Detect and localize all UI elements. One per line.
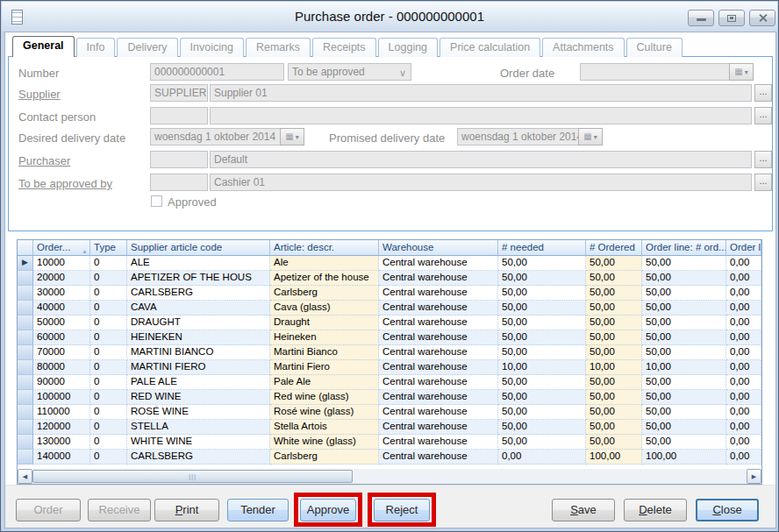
grid-cell[interactable]: Central warehouse (379, 360, 498, 375)
row-selector[interactable] (18, 375, 33, 390)
order-date-picker-button[interactable]: ▦▾ (729, 63, 754, 81)
grid-cell[interactable]: 70000 (33, 345, 90, 360)
status-dropdown[interactable]: To be approved∨ (288, 63, 411, 81)
grid-cell[interactable]: 10000 (33, 256, 90, 271)
approver-browse-button[interactable]: ... (754, 174, 772, 191)
grid-cell[interactable]: Central warehouse (379, 375, 498, 390)
row-selector[interactable]: ▶ (18, 256, 33, 271)
tab-culture[interactable]: Culture (626, 38, 683, 57)
supplier-name-field[interactable]: Supplier 01 (210, 84, 752, 102)
grid-cell[interactable]: Apetizer of the house (270, 271, 379, 286)
grid-cell[interactable]: 0 (90, 256, 127, 271)
grid-cell[interactable]: 0,00 (726, 286, 761, 301)
grid-cell[interactable]: Central warehouse (379, 450, 498, 465)
grid-cell[interactable]: 120000 (33, 420, 90, 435)
horizontal-scrollbar[interactable]: ◀ ||| ▶ (18, 469, 761, 484)
grid-cell[interactable]: STELLA (127, 420, 270, 435)
grid-cell[interactable]: 10,00 (642, 360, 726, 375)
grid-cell[interactable]: 100,00 (642, 450, 726, 465)
order-date-field[interactable] (580, 63, 730, 81)
column-header-order-line-ord[interactable]: Order line: # ord... (642, 240, 726, 256)
column-header-supplier-article-code[interactable]: Supplier article code (127, 240, 270, 256)
grid-cell[interactable]: 50,00 (586, 256, 642, 271)
grid-cell[interactable]: 50,00 (586, 375, 642, 390)
grid-cell[interactable]: Central warehouse (379, 390, 498, 405)
column-header-article-descr[interactable]: Article: descr. (270, 240, 379, 256)
grid-cell[interactable]: ROSÉ WINE (127, 405, 270, 420)
grid-cell[interactable]: 0,00 (726, 330, 761, 345)
grid-cell[interactable]: 50,00 (498, 420, 586, 435)
save-button[interactable]: Save (552, 499, 615, 521)
grid-cell[interactable]: 50,00 (642, 271, 726, 286)
grid-cell[interactable]: 50,00 (586, 405, 642, 420)
table-row[interactable]: 1100000ROSÉ WINERosé wine (glass)Central… (18, 405, 761, 420)
contact-code-field[interactable] (150, 107, 208, 124)
grid-cell[interactable]: 0 (90, 420, 127, 435)
tab-attachments[interactable]: Attachments (542, 38, 624, 57)
grid-cell[interactable]: ALE (127, 256, 270, 271)
grid-cell[interactable]: DRAUGHT (127, 316, 270, 330)
grid-cell[interactable]: Central warehouse (379, 301, 498, 316)
grid-cell[interactable]: 50,00 (586, 435, 642, 450)
table-row[interactable]: 1400000CARLSBERGCarlsbergCentral warehou… (18, 450, 761, 465)
approver-name-field[interactable]: Cashier 01 (210, 174, 752, 191)
grid-cell[interactable]: 10,00 (498, 360, 586, 375)
receive-button[interactable]: Receive (88, 499, 151, 521)
purchaser-code-field[interactable] (150, 151, 208, 168)
grid-cell[interactable]: 50,00 (642, 330, 726, 345)
grid-cell[interactable]: MARTINI FIERO (127, 360, 270, 375)
grid-cell[interactable]: 50,00 (498, 390, 586, 405)
grid-cell[interactable]: 90000 (33, 375, 90, 390)
minimize-button[interactable] (688, 10, 714, 26)
grid-cell[interactable]: 0 (90, 360, 127, 375)
tab-remarks[interactable]: Remarks (246, 38, 311, 57)
grid-cell[interactable]: 0,00 (726, 316, 761, 330)
grid-cell[interactable]: 30000 (33, 286, 90, 301)
grid-cell[interactable]: 0 (90, 330, 127, 345)
grid-cell[interactable]: 0 (90, 435, 127, 450)
grid-cell[interactable]: 50,00 (642, 405, 726, 420)
supplier-label[interactable]: Supplier (18, 88, 61, 101)
row-selector[interactable] (18, 405, 33, 420)
grid-cell[interactable]: 50,00 (498, 256, 586, 271)
table-row[interactable]: 300000CARLSBERGCarlsbergCentral warehous… (18, 286, 761, 301)
grid-cell[interactable]: 50,00 (642, 256, 726, 271)
row-selector[interactable] (18, 330, 33, 345)
column-header-ordered[interactable]: # Ordered (586, 240, 642, 256)
grid-cell[interactable]: 50,00 (642, 345, 726, 360)
row-selector[interactable] (18, 420, 33, 435)
table-row[interactable]: ▶100000ALEAleCentral warehouse50,0050,00… (18, 256, 761, 271)
table-row[interactable]: 1000000RED WINERed wine (glass)Central w… (18, 390, 761, 405)
print-button[interactable]: Print (154, 499, 219, 521)
grid-cell[interactable]: 0,00 (726, 405, 761, 420)
grid-cell[interactable]: PALE ALE (127, 375, 270, 390)
grid-cell[interactable]: 0 (90, 316, 127, 330)
grid-cell[interactable]: Rosé wine (glass) (270, 405, 379, 420)
grid-cell[interactable]: 50,00 (586, 330, 642, 345)
grid-cell[interactable]: 140000 (33, 450, 90, 465)
grid-cell[interactable]: 60000 (33, 330, 90, 345)
contact-name-field[interactable] (210, 107, 752, 124)
number-field[interactable]: 000000000001 (150, 63, 284, 81)
grid-cell[interactable]: 50,00 (642, 375, 726, 390)
grid-cell[interactable]: 50,00 (642, 420, 726, 435)
grid-cell[interactable]: Cava (glass) (270, 301, 379, 316)
supplier-code-field[interactable]: SUPPLIER 01 (150, 84, 208, 102)
grid-cell[interactable]: 20000 (33, 271, 90, 286)
contact-browse-button[interactable]: ... (754, 107, 772, 124)
grid-cell[interactable]: 50,00 (586, 390, 642, 405)
grid-cell[interactable]: Red wine (glass) (270, 390, 379, 405)
grid-cell[interactable]: 50,00 (586, 316, 642, 330)
grid-cell[interactable]: 0 (90, 450, 127, 465)
column-header-type[interactable]: Type (90, 240, 127, 256)
grid-cell[interactable]: Central warehouse (379, 420, 498, 435)
tab-general[interactable]: General (12, 36, 75, 57)
grid-cell[interactable]: WHITE WINE (127, 435, 270, 450)
tab-price-calculation[interactable]: Price calculation (440, 38, 540, 57)
supplier-browse-button[interactable]: ... (754, 84, 772, 102)
grid-cell[interactable]: Heineken (270, 330, 379, 345)
row-selector[interactable] (18, 301, 33, 316)
grid-cell[interactable]: Central warehouse (379, 286, 498, 301)
tab-invoicing[interactable]: Invoicing (180, 38, 244, 57)
table-row[interactable]: 700000MARTINI BIANCOMartini BiancoCentra… (18, 345, 761, 360)
